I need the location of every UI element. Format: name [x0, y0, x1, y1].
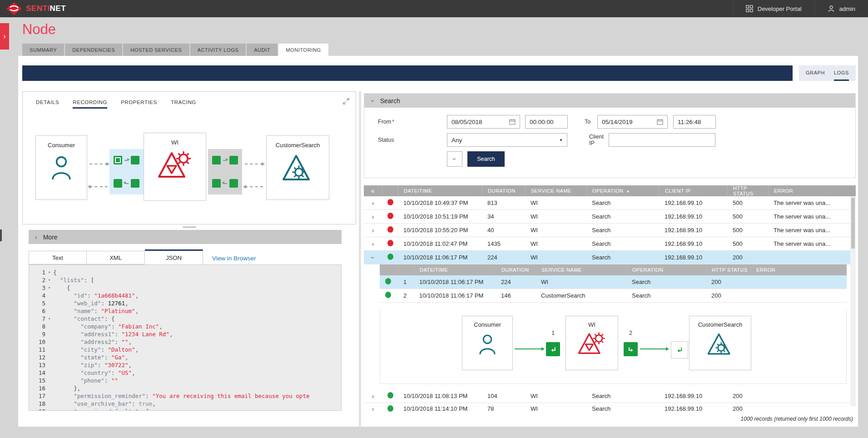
user-menu[interactable]: admin	[814, 0, 868, 17]
search-expander[interactable]: › Search	[364, 94, 855, 108]
calendar-icon[interactable]	[657, 119, 663, 125]
col-error[interactable]: ERROR	[768, 185, 856, 196]
collapse-all-icon[interactable]: «	[364, 185, 382, 196]
from-time-field[interactable]: 00:00:00	[525, 115, 568, 129]
message-step-icon[interactable]	[624, 342, 638, 356]
column-splitter[interactable]	[359, 91, 361, 428]
diagram-node-customersearch[interactable]: CustomerSearch	[266, 135, 329, 200]
col-datetime[interactable]: DATE/TIME	[414, 264, 496, 275]
sidebar-expand-tab[interactable]: ›	[0, 23, 9, 50]
to-time-field[interactable]: 11:26:48	[673, 115, 716, 129]
col-duration[interactable]: DURATION	[482, 185, 525, 196]
tab-summary[interactable]: SUMMARY	[22, 44, 64, 56]
diagram-node-wi[interactable]: WI	[565, 316, 618, 370]
developer-portal-link[interactable]: Developer Portal	[733, 0, 814, 17]
log-row[interactable]: ›10/10/2018 10:51:19 PM34WISearch192.168…	[364, 210, 856, 224]
sentinet-logo[interactable]: SENTINET	[0, 2, 66, 15]
expand-row-icon[interactable]: ›	[372, 199, 374, 207]
collapse-row-icon[interactable]: ›	[369, 256, 377, 259]
message-square[interactable]	[212, 179, 221, 188]
log-row[interactable]: ›10/10/2018 11:14:10 PM78WISearch192.168…	[364, 403, 856, 412]
diagram-node-customersearch[interactable]: CustomerSearch	[689, 316, 751, 370]
tab-properties[interactable]: PROPERTIES	[121, 100, 157, 109]
search-button[interactable]: Search	[467, 151, 505, 167]
fold-spacer	[45, 292, 53, 299]
fold-caret-icon[interactable]: ▾	[45, 276, 53, 284]
log-row[interactable]: ›10/10/2018 10:49:37 PM813WISearch192.16…	[364, 196, 856, 210]
col-http-status[interactable]: HTTP STATUS	[727, 185, 768, 196]
fold-spacer	[45, 400, 53, 408]
col-operation[interactable]: OPERATION	[626, 264, 706, 275]
fold-caret-icon[interactable]: ▾	[45, 315, 53, 323]
col-operation[interactable]: OPERATION▲	[586, 185, 659, 196]
line-number: 9	[29, 330, 45, 338]
table-scrollbar[interactable]	[850, 196, 856, 406]
tab-text[interactable]: Text	[29, 251, 87, 264]
message-square[interactable]	[229, 156, 238, 164]
message-step-icon-outlined[interactable]	[671, 341, 688, 358]
message-square[interactable]	[229, 179, 238, 188]
tab-tracing[interactable]: TRACING	[171, 100, 196, 109]
message-square[interactable]	[131, 156, 139, 164]
status-column-header[interactable]	[382, 185, 398, 196]
splitter-edge-marker[interactable]	[0, 229, 2, 241]
cell: 10/10/2018 11:06:17 PM	[398, 254, 482, 261]
log-row[interactable]: ›10/10/2018 10:55:20 PM40WISearch192.168…	[364, 224, 856, 237]
toggle-logs[interactable]: LOGS	[834, 65, 849, 81]
log-row[interactable]: ›10/10/2018 11:02:47 PM1435WISearch192.1…	[364, 237, 856, 251]
col-duration[interactable]: DURATION	[496, 264, 536, 275]
log-row[interactable]: ›10/10/2018 11:06:17 PM224WISearch192.16…	[364, 251, 856, 264]
to-date-field[interactable]: 05/14/2019	[597, 115, 668, 129]
tab-recording[interactable]: RECORDING	[73, 100, 107, 109]
code-line: 12 "state": "Ga",	[29, 353, 341, 361]
tab-audit[interactable]: AUDIT	[247, 44, 278, 56]
timeline-bar[interactable]	[22, 65, 793, 81]
log-row[interactable]: ›10/10/2018 11:08:13 PM104WISearch192.16…	[364, 389, 856, 403]
expand-row-icon[interactable]: ›	[372, 213, 374, 220]
maximize-panel-icon[interactable]	[342, 98, 350, 105]
tab-activity-logs[interactable]: ACTIVITY LOGS	[190, 44, 246, 56]
expand-row-icon[interactable]: ›	[372, 405, 374, 412]
toggle-graph[interactable]: GRAPH	[806, 65, 825, 81]
col-service-name[interactable]: SERVICE NAME	[525, 185, 586, 196]
detail-row[interactable]: 110/10/2018 11:06:17 PM224WISearch200	[380, 275, 847, 289]
tab-xml[interactable]: XML	[87, 251, 145, 264]
col-error[interactable]: ERROR	[750, 264, 847, 275]
diagram-node-consumer[interactable]: Consumer	[35, 135, 87, 200]
tab-monitoring[interactable]: MONITORING	[278, 44, 328, 56]
panel-resize-grip[interactable]	[183, 226, 196, 228]
diagram-node-consumer[interactable]: Consumer	[462, 316, 513, 370]
expand-row-icon[interactable]: ›	[372, 393, 374, 400]
expand-row-icon[interactable]: ›	[372, 227, 374, 234]
message-square[interactable]	[212, 156, 221, 164]
search-options-dropdown[interactable]: ›	[447, 151, 462, 167]
diagram-node-wi[interactable]: WI	[144, 133, 206, 201]
fold-caret-icon[interactable]: ▾	[45, 284, 53, 292]
from-date-field[interactable]: 08/05/2018	[447, 115, 520, 129]
status-column-header	[380, 264, 398, 275]
expand-row-icon[interactable]: ›	[372, 240, 374, 248]
tab-json[interactable]: JSON	[145, 249, 203, 264]
fold-caret-icon[interactable]: ▾	[45, 269, 53, 276]
status-select[interactable]: Any ▼	[447, 133, 567, 147]
col-client-ip[interactable]: CLIENT IP	[659, 185, 727, 196]
code-line: 15 "phone": ""	[29, 377, 341, 384]
view-in-browser-link[interactable]: View in Browser	[212, 255, 256, 262]
scrollbar-thumb[interactable]	[851, 198, 855, 249]
client-ip-input[interactable]	[609, 133, 715, 147]
tab-details[interactable]: DETAILS	[36, 100, 59, 109]
col-datetime[interactable]: DATE/TIME	[398, 185, 482, 196]
col-service-name[interactable]: SERVICE NAME	[536, 264, 626, 275]
message-square[interactable]	[114, 179, 122, 188]
message-square-selected[interactable]	[114, 156, 122, 164]
message-step-icon[interactable]	[546, 342, 560, 356]
detail-row[interactable]: 210/10/2018 11:06:17 PM146CustomerSearch…	[380, 289, 847, 303]
code-area[interactable]: 1▾{2▾ "lists": [3▾ {4 "id": "1a668b4481"…	[29, 264, 342, 411]
message-square[interactable]	[131, 179, 139, 188]
col-http-status[interactable]: HTTP STATUS	[706, 264, 750, 275]
tab-dependencies[interactable]: DEPENDENCIES	[65, 44, 122, 56]
tab-hosted-services[interactable]: HOSTED SERVICES	[123, 44, 189, 56]
cell: 224	[496, 279, 536, 285]
more-expander[interactable]: › More	[29, 230, 342, 244]
calendar-icon[interactable]	[509, 119, 516, 125]
